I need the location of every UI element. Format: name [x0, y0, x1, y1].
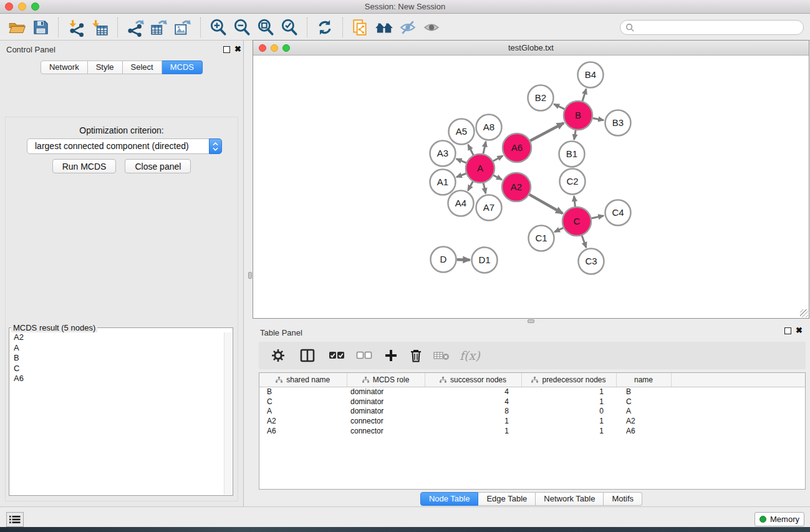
table-cell[interactable]: A — [616, 406, 671, 416]
float-panel-button[interactable] — [223, 46, 230, 53]
table-cell[interactable]: A2 — [616, 416, 671, 426]
table-cell[interactable]: dominator — [347, 387, 425, 397]
network-canvas[interactable]: B4B2BB3B1A5A8A6A3AA1A4A7A2C2C4CC1C3DD1 — [253, 56, 809, 318]
table-cell[interactable]: A2 — [259, 416, 347, 426]
graph-edge-A-A1[interactable] — [456, 173, 466, 177]
table-cell[interactable]: 1 — [521, 416, 616, 426]
table-cell[interactable]: C — [259, 397, 347, 407]
table-cell[interactable]: 1 — [425, 426, 521, 436]
add-column-button[interactable] — [385, 344, 397, 367]
mcds-result-item[interactable]: A2 — [10, 332, 223, 343]
mcds-result-item[interactable]: C — [10, 364, 223, 374]
table-cell[interactable]: connector — [347, 416, 425, 426]
graph-edge-B-B2[interactable] — [554, 104, 564, 109]
graph-edge-A-A7[interactable] — [483, 183, 486, 193]
network-window-titlebar[interactable]: testGlobe.txt — [253, 41, 809, 56]
home-button[interactable] — [372, 16, 396, 39]
minimize-window-button[interactable] — [18, 2, 26, 11]
table-close-button[interactable]: ✖ — [796, 326, 803, 336]
column-header-successor-nodes[interactable]: successor nodes — [425, 373, 521, 387]
search-input[interactable] — [620, 20, 804, 35]
table-cell[interactable]: 4 — [425, 397, 521, 407]
tab-style[interactable]: Style — [88, 60, 123, 74]
graph-edge-A-A6[interactable] — [493, 156, 503, 162]
mcds-result-item[interactable]: B — [10, 353, 223, 364]
export-table-button[interactable] — [147, 16, 171, 39]
network-minimize-button[interactable] — [271, 44, 278, 52]
mcds-result-item[interactable]: A — [10, 343, 223, 354]
select-all-button[interactable] — [329, 344, 345, 367]
graph-edge-A-A4[interactable] — [468, 181, 473, 190]
deselect-all-button[interactable] — [356, 344, 372, 367]
network-close-button[interactable] — [259, 44, 266, 52]
table-cell[interactable]: dominator — [347, 397, 425, 407]
run-mcds-button[interactable]: Run MCDS — [52, 159, 117, 173]
table-cell[interactable]: B — [259, 387, 347, 397]
column-header-shared-name[interactable]: shared name — [259, 373, 347, 387]
resize-grip[interactable] — [800, 309, 808, 317]
table-row[interactable]: Adominator80A — [259, 406, 805, 416]
column-layout-button[interactable] — [300, 344, 315, 367]
table-float-button[interactable] — [784, 327, 791, 334]
mcds-result-item[interactable]: A6 — [10, 374, 223, 384]
table-cell[interactable]: 1 — [521, 387, 616, 397]
splitter-grip-vertical[interactable] — [248, 272, 252, 279]
close-window-button[interactable] — [5, 2, 13, 11]
function-builder-button[interactable]: f(x) — [460, 344, 480, 367]
export-image-button[interactable] — [171, 16, 195, 39]
table-cell[interactable]: 0 — [521, 406, 616, 416]
tab-edge-table[interactable]: Edge Table — [478, 492, 536, 506]
graph-edge-A2-C[interactable] — [529, 195, 563, 213]
table-cell[interactable]: 1 — [521, 426, 616, 436]
tab-node-table[interactable]: Node Table — [420, 492, 479, 506]
network-graph[interactable]: B4B2BB3B1A5A8A6A3AA1A4A7A2C2C4CC1C3DD1 — [253, 56, 809, 318]
table-cell[interactable]: 1 — [521, 397, 616, 407]
table-cell[interactable]: dominator — [347, 406, 425, 416]
table-cell[interactable]: 1 — [425, 416, 521, 426]
show-panels-button[interactable] — [420, 16, 443, 39]
graph-edge-A-A3[interactable] — [456, 159, 466, 163]
select-stepper[interactable] — [209, 138, 222, 154]
graph-edge-C-C4[interactable] — [591, 216, 604, 218]
graph-edge-A6-B[interactable] — [530, 123, 564, 141]
tab-network[interactable]: Network — [41, 60, 88, 74]
tab-mcds[interactable]: MCDS — [162, 60, 203, 74]
result-scrollbar[interactable] — [224, 332, 232, 495]
save-session-button[interactable] — [29, 16, 52, 39]
graph-edge-A-A8[interactable] — [483, 142, 486, 154]
zoom-in-button[interactable] — [206, 16, 230, 39]
network-maximize-button[interactable] — [282, 44, 290, 52]
graph-edge-C-C1[interactable] — [554, 228, 563, 232]
table-cell[interactable]: A — [259, 406, 347, 416]
graph-edge-B-B1[interactable] — [574, 130, 576, 140]
graph-edge-A-A5[interactable] — [468, 145, 473, 155]
import-network-button[interactable] — [64, 16, 88, 39]
apply-layout-button[interactable] — [313, 16, 337, 39]
column-header-name[interactable]: name — [616, 373, 671, 387]
table-row[interactable]: Bdominator41B — [259, 387, 805, 397]
table-cell[interactable]: connector — [347, 426, 425, 436]
task-history-button[interactable] — [6, 512, 24, 527]
table-cell[interactable]: 8 — [425, 406, 521, 416]
table-cell[interactable]: C — [616, 397, 671, 407]
column-header-MCDS-role[interactable]: MCDS role — [347, 373, 425, 387]
tab-network-table[interactable]: Network Table — [536, 492, 604, 506]
zoom-out-button[interactable] — [230, 16, 254, 39]
delete-column-button[interactable] — [410, 344, 422, 367]
close-panel-button-2[interactable]: Close panel — [125, 159, 191, 173]
delete-table-button[interactable] — [433, 344, 450, 367]
table-row[interactable]: Cdominator41C — [259, 397, 805, 407]
close-panel-button[interactable]: ✖ — [234, 44, 241, 54]
criterion-select[interactable]: largest connected component (directed) — [27, 138, 222, 154]
maximize-window-button[interactable] — [31, 2, 39, 11]
table-cell[interactable]: A6 — [616, 426, 671, 436]
graph-edge-C-C2[interactable] — [574, 196, 576, 206]
graph-edge-B-B3[interactable] — [593, 118, 604, 120]
table-cell[interactable]: A6 — [259, 426, 347, 436]
hide-panels-button[interactable] — [396, 16, 420, 39]
table-cell[interactable]: 4 — [425, 387, 521, 397]
tab-select[interactable]: Select — [123, 60, 162, 74]
zoom-selected-button[interactable] — [277, 16, 301, 39]
column-header-predecessor-nodes[interactable]: predecessor nodes — [521, 373, 616, 387]
table-cell[interactable]: B — [616, 387, 671, 397]
